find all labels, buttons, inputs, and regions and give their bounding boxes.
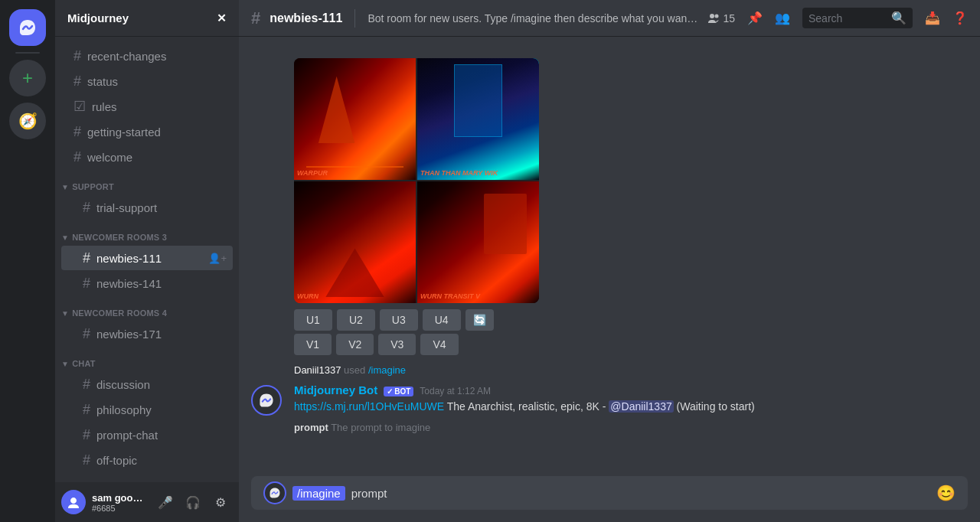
message-timestamp: Today at 1:12 AM	[420, 386, 491, 396]
channel-name: newbies-141	[96, 277, 162, 290]
pin-icon[interactable]: 📌	[747, 11, 763, 25]
message-input[interactable]	[351, 487, 930, 500]
u2-button[interactable]: U2	[337, 309, 375, 331]
hash-icon: #	[83, 250, 90, 266]
v1-button[interactable]: V1	[294, 334, 332, 355]
channel-item-getting-started[interactable]: # getting-started	[61, 119, 233, 144]
hash-icon: #	[83, 402, 90, 418]
header-icons: 15 📌 👥 Search 🔍 📥 ❓	[707, 8, 968, 28]
channel-item-newbies-141[interactable]: # newbies-141	[61, 271, 233, 295]
category-label: CHAT	[72, 359, 96, 368]
channel-item-newbies-111[interactable]: # newbies-111 👤+	[61, 246, 233, 270]
bot-avatar	[251, 385, 282, 416]
channel-name: newbies-171	[96, 328, 162, 341]
channel-item-off-topic[interactable]: # off-topic	[61, 448, 233, 472]
input-box[interactable]: /imagine 😊	[251, 476, 968, 510]
v4-button[interactable]: V4	[420, 334, 458, 355]
image-overlay-1: WARPUR	[297, 169, 413, 177]
channel-name: off-topic	[96, 454, 137, 467]
channel-item-prompt-chat[interactable]: # prompt-chat	[61, 422, 233, 447]
channel-header: # newbies-111 Bot room for new users. Ty…	[239, 0, 980, 37]
member-count[interactable]: 15	[707, 12, 735, 24]
channel-item-discussion[interactable]: # discussion	[61, 372, 233, 396]
v3-button[interactable]: V3	[378, 334, 416, 355]
u3-button[interactable]: U3	[380, 309, 418, 331]
channel-name: rules	[92, 100, 117, 113]
category-newcomer4[interactable]: ▼ NEWCOMER ROOMS 4	[55, 296, 239, 321]
emoji-button[interactable]: 😊	[936, 484, 956, 502]
action-buttons-row1: U1 U2 U3 U4 🔄	[294, 309, 539, 331]
refresh-button[interactable]: 🔄	[466, 309, 494, 331]
channel-name: recent-changes	[87, 50, 166, 63]
category-newcomer3[interactable]: ▼ NEWCOMER ROOMS 3	[55, 220, 239, 245]
server-icon-midjourney[interactable]	[9, 9, 46, 46]
messages-area[interactable]: WARPUR THAN THAN MARY WIK WURN	[239, 37, 980, 476]
user-tag: #6685	[92, 504, 147, 513]
mention-user[interactable]: @Daniil1337	[609, 400, 673, 413]
user-area: sam good... #6685 🎤 🎧 ⚙	[55, 482, 239, 522]
image-overlay-4: WURN TRANSIT V	[420, 292, 536, 300]
image-cell-1[interactable]: WARPUR	[294, 58, 416, 180]
prompt-hint: prompt The prompt to imagine	[239, 419, 980, 436]
image-cell-4[interactable]: WURN TRANSIT V	[417, 181, 539, 303]
used-action-verb: used	[344, 364, 368, 376]
bot-label: BOT	[394, 387, 410, 396]
channel-item-welcome[interactable]: # welcome	[61, 145, 233, 169]
channel-hash-icon: #	[251, 8, 260, 28]
message-link[interactable]: https://s.mj.run/l1OHvEuMUWE	[294, 400, 444, 413]
category-arrow-icon: ▼	[61, 233, 69, 242]
hash-icon: #	[74, 73, 81, 90]
channel-item-rules[interactable]: ☑ rules	[61, 94, 233, 119]
category-chat[interactable]: ▼ CHAT	[55, 347, 239, 371]
channel-item-newbies-171[interactable]: # newbies-171	[61, 321, 233, 346]
image-grid[interactable]: WARPUR THAN THAN MARY WIK WURN	[294, 58, 539, 303]
bot-author-name: Midjourney Bot	[294, 383, 377, 396]
channel-name: status	[87, 75, 118, 88]
category-label: NEWCOMER ROOMS 4	[72, 308, 167, 318]
image-cell-3[interactable]: WURN	[294, 181, 416, 303]
used-action-username: Daniil1337	[294, 364, 341, 376]
channel-item-philosophy[interactable]: # philosophy	[61, 397, 233, 422]
settings-button[interactable]: ⚙	[208, 490, 233, 514]
checkmark-icon: ✓	[387, 387, 393, 396]
search-header[interactable]: Search 🔍	[802, 8, 913, 28]
channel-item-recent-changes[interactable]: # recent-changes	[61, 44, 233, 68]
bot-message: Midjourney Bot ✓ BOT Today at 1:12 AM ht…	[239, 380, 980, 419]
input-field-container[interactable]	[351, 487, 930, 500]
u1-button[interactable]: U1	[294, 309, 332, 331]
help-icon[interactable]: ❓	[952, 11, 968, 25]
member-count-value: 15	[723, 12, 735, 24]
bot-message-content: Midjourney Bot ✓ BOT Today at 1:12 AM ht…	[294, 383, 968, 416]
hash-icon: #	[83, 377, 90, 393]
command-text: /imagine	[292, 486, 345, 501]
search-icon: 🔍	[891, 11, 906, 25]
inbox-icon[interactable]: 📥	[925, 11, 940, 25]
channel-list: # recent-changes # status ☑ rules # gett…	[55, 37, 239, 482]
v2-button[interactable]: V2	[336, 334, 374, 355]
category-label: NEWCOMER ROOMS 3	[72, 233, 167, 242]
person-add-icon: 👤+	[208, 253, 227, 264]
server-dropdown-icon: ✕	[217, 11, 227, 25]
deafen-button[interactable]: 🎧	[181, 490, 205, 514]
input-area: /imagine 😊	[239, 476, 980, 522]
image-cell-2[interactable]: THAN THAN MARY WIK	[417, 58, 539, 180]
prompt-keyword: prompt	[294, 422, 328, 433]
server-divider	[15, 52, 40, 54]
server-header[interactable]: Midjourney ✕	[55, 0, 239, 37]
hash-icon: #	[74, 149, 81, 165]
image-message: WARPUR THAN THAN MARY WIK WURN	[239, 49, 980, 361]
hash-icon: #	[74, 48, 81, 64]
channel-item-status[interactable]: # status	[61, 69, 233, 93]
explore-button[interactable]: 🧭	[9, 103, 46, 139]
u4-button[interactable]: U4	[423, 309, 461, 331]
member-list-icon[interactable]: 👥	[775, 11, 790, 25]
add-server-button[interactable]: +	[9, 60, 46, 96]
channel-sidebar: Midjourney ✕ # recent-changes # status ☑…	[55, 0, 239, 522]
mute-button[interactable]: 🎤	[153, 490, 178, 514]
category-support[interactable]: ▼ SUPPORT	[55, 170, 239, 194]
server-name: Midjourney	[67, 11, 129, 24]
message-body: The Anarchist, realistic, epic, 8K -	[447, 400, 609, 413]
input-avatar	[263, 481, 286, 504]
channel-topic: Bot room for new users. Type /imagine th…	[368, 12, 698, 24]
channel-item-trial-support[interactable]: # trial-support	[61, 195, 233, 220]
